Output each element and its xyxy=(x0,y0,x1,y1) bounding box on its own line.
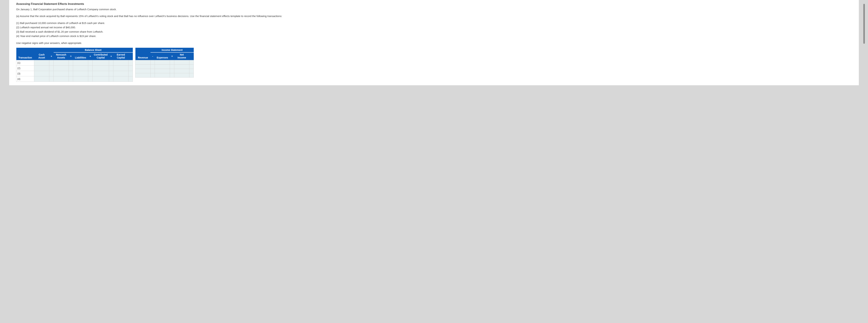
input-3-noncash[interactable] xyxy=(54,71,69,76)
table-row xyxy=(135,69,194,73)
input-4-isop1[interactable] xyxy=(151,73,155,77)
input-4-op3[interactable] xyxy=(88,76,93,82)
item-1: (1) Ball purchased 10,000 common shares … xyxy=(16,21,852,25)
input-3-op1[interactable] xyxy=(49,71,54,76)
bs-super-header: Balance Sheet xyxy=(54,48,133,53)
note-text: Use negative signs with your answers, wh… xyxy=(16,41,852,45)
input-4-exp[interactable] xyxy=(155,73,170,77)
input-2-isop3[interactable] xyxy=(189,64,194,69)
input-4-isop3[interactable] xyxy=(189,73,194,77)
input-3-op2[interactable] xyxy=(69,71,73,76)
input-1-op1[interactable] xyxy=(49,60,54,65)
op-plus-2: + xyxy=(88,53,93,60)
input-1-earned[interactable] xyxy=(113,60,128,65)
input-2-isop1[interactable] xyxy=(151,64,155,69)
input-1-op2[interactable] xyxy=(69,60,73,65)
is-trailing-pad xyxy=(189,53,194,60)
balance-sheet-table: Balance Sheet Transaction Cash Asset + N… xyxy=(16,48,133,82)
input-3-rev[interactable] xyxy=(135,69,151,73)
input-4-op2[interactable] xyxy=(69,76,73,82)
tables-row: Balance Sheet Transaction Cash Asset + N… xyxy=(16,48,852,82)
input-2-op5[interactable] xyxy=(128,65,133,71)
input-1-isop1[interactable] xyxy=(151,60,155,64)
row-label-1: (1) xyxy=(16,60,34,65)
part-a-text: (a) Assume that the stock acquired by Ba… xyxy=(16,14,852,18)
input-2-earned[interactable] xyxy=(113,65,128,71)
input-3-isop2[interactable] xyxy=(170,69,174,73)
input-4-op4[interactable] xyxy=(109,76,113,82)
col-contrib-line1: Contributed xyxy=(94,53,107,56)
input-3-contrib[interactable] xyxy=(93,71,109,76)
input-2-op1[interactable] xyxy=(49,65,54,71)
input-1-rev[interactable] xyxy=(135,60,151,64)
row-label-4: (4) xyxy=(16,76,34,82)
table-row: (4) xyxy=(16,76,133,82)
input-2-contrib[interactable] xyxy=(93,65,109,71)
input-1-net[interactable] xyxy=(174,60,189,64)
bs-trailing-pad xyxy=(128,53,133,60)
input-1-liab[interactable] xyxy=(73,60,88,65)
input-2-isop2[interactable] xyxy=(170,64,174,69)
item-2: (2) Leftwich reported annual net income … xyxy=(16,25,852,29)
input-4-liab[interactable] xyxy=(73,76,88,82)
input-4-op1[interactable] xyxy=(49,76,54,82)
item-4: (4) Year-end market price of Leftwich co… xyxy=(16,34,852,38)
intro-text: On January 1, Ball Corporation purchased… xyxy=(16,7,852,11)
op-plus-1: + xyxy=(49,53,54,60)
input-1-exp[interactable] xyxy=(155,60,170,64)
scrollbar-thumb[interactable] xyxy=(863,4,865,44)
input-2-liab[interactable] xyxy=(73,65,88,71)
table-row xyxy=(135,64,194,69)
row-label-3: (3) xyxy=(16,71,34,76)
input-2-net[interactable] xyxy=(174,64,189,69)
input-2-op3[interactable] xyxy=(88,65,93,71)
input-1-isop3[interactable] xyxy=(189,60,194,64)
col-net-income: Net Income xyxy=(174,53,189,60)
input-4-net[interactable] xyxy=(174,73,189,77)
table-row: (3) xyxy=(16,71,133,76)
input-3-op5[interactable] xyxy=(128,71,133,76)
col-noncash-line1: Noncash xyxy=(56,53,66,56)
input-1-contrib[interactable] xyxy=(93,60,109,65)
input-1-op3[interactable] xyxy=(88,60,93,65)
col-contrib-capital: Contributed Capital xyxy=(93,53,109,60)
input-2-op2[interactable] xyxy=(69,65,73,71)
input-4-cash[interactable] xyxy=(34,76,49,82)
input-3-cash[interactable] xyxy=(34,71,49,76)
input-1-op5[interactable] xyxy=(128,60,133,65)
input-3-op4[interactable] xyxy=(109,71,113,76)
page-container: Assessing Financial Statement Effects In… xyxy=(0,0,868,86)
input-2-op4[interactable] xyxy=(109,65,113,71)
input-2-cash[interactable] xyxy=(34,65,49,71)
input-1-cash[interactable] xyxy=(34,60,49,65)
input-2-noncash[interactable] xyxy=(54,65,69,71)
input-4-op5[interactable] xyxy=(128,76,133,82)
bs-super-spacer xyxy=(16,48,54,53)
input-2-exp[interactable] xyxy=(155,64,170,69)
input-4-noncash[interactable] xyxy=(54,76,69,82)
col-earned-capital: Earned Capital xyxy=(113,53,128,60)
table-row: (2) xyxy=(16,65,133,71)
input-3-op3[interactable] xyxy=(88,71,93,76)
col-net-line2: Income xyxy=(178,56,186,59)
input-3-isop3[interactable] xyxy=(189,69,194,73)
question-title: Assessing Financial Statement Effects In… xyxy=(16,2,852,5)
input-2-rev[interactable] xyxy=(135,64,151,69)
input-1-noncash[interactable] xyxy=(54,60,69,65)
input-4-contrib[interactable] xyxy=(93,76,109,82)
input-3-isop1[interactable] xyxy=(151,69,155,73)
col-earned-line1: Earned xyxy=(117,53,125,56)
input-4-rev[interactable] xyxy=(135,73,151,77)
input-3-earned[interactable] xyxy=(113,71,128,76)
is-super-spacer xyxy=(135,48,151,53)
input-4-earned[interactable] xyxy=(113,76,128,82)
input-4-isop2[interactable] xyxy=(170,73,174,77)
content-sheet: Assessing Financial Statement Effects In… xyxy=(9,0,859,86)
input-3-exp[interactable] xyxy=(155,69,170,73)
input-3-liab[interactable] xyxy=(73,71,88,76)
op-eq-2: = xyxy=(170,53,174,60)
col-contrib-line2: Capital xyxy=(97,56,105,59)
input-3-net[interactable] xyxy=(174,69,189,73)
input-1-op4[interactable] xyxy=(109,60,113,65)
input-1-isop2[interactable] xyxy=(170,60,174,64)
